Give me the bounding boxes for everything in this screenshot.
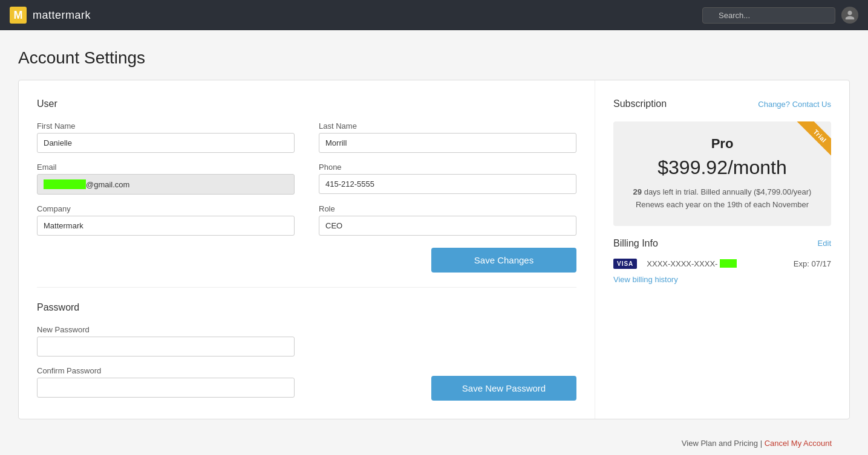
search-wrapper — [702, 7, 835, 24]
save-password-button[interactable]: Save New Password — [431, 376, 576, 401]
company-label: Company — [37, 204, 295, 213]
visa-badge: VISA — [613, 259, 637, 269]
confirm-password-input[interactable] — [37, 378, 295, 398]
role-input[interactable] — [319, 216, 576, 236]
save-changes-wrapper: Save Changes — [37, 238, 576, 273]
renews-detail: Renews each year on the 19th of each Nov… — [636, 200, 809, 209]
logo-box: M — [10, 7, 27, 24]
subscription-header: Subscription Change? Contact Us — [613, 98, 831, 109]
plan-card: Trial Pro $399.92/month 29 days left in … — [613, 121, 831, 226]
separator: | — [760, 439, 765, 448]
section-divider — [37, 287, 576, 288]
new-password-field: New Password — [37, 325, 295, 357]
first-name-field: First Name — [37, 121, 295, 153]
plan-price: $399.92/month — [625, 157, 819, 179]
company-field: Company — [37, 204, 295, 236]
last-name-field: Last Name — [319, 121, 576, 153]
card-last-digits-highlight — [720, 259, 737, 268]
right-panel: Subscription Change? Contact Us Trial Pr… — [595, 80, 849, 419]
first-name-label: First Name — [37, 121, 295, 131]
billing-row: VISA XXXX-XXXX-XXXX- Exp: 07/17 — [613, 259, 831, 269]
trial-days: 29 — [633, 187, 642, 196]
email-highlight — [44, 179, 86, 189]
card-expiry: Exp: 07/17 — [794, 259, 831, 268]
trial-detail: days left in trial. Billed annually ($4,… — [644, 187, 812, 196]
phone-input[interactable] — [319, 174, 576, 194]
email-label: Email — [37, 163, 295, 172]
avatar[interactable] — [841, 7, 858, 24]
left-panel: User First Name Last Name Email @gmail.c… — [19, 80, 595, 419]
last-name-input[interactable] — [319, 133, 576, 153]
password-section-title: Password — [37, 302, 576, 313]
cancel-account-link[interactable]: Cancel My Account — [765, 439, 832, 448]
subscription-change-contact: Change? Contact Us — [758, 99, 831, 109]
card-prefix: XXXX-XXXX-XXXX- — [647, 259, 717, 268]
phone-label: Phone — [319, 163, 576, 172]
role-field: Role — [319, 204, 576, 236]
new-password-input[interactable] — [37, 337, 295, 357]
header-right — [702, 7, 858, 24]
user-section-title: User — [37, 98, 576, 109]
plan-details: 29 days left in trial. Billed annually (… — [625, 186, 819, 211]
billing-edit-link[interactable]: Edit — [818, 239, 831, 248]
billing-header: Billing Info Edit — [613, 238, 831, 249]
save-changes-button[interactable]: Save Changes — [431, 248, 576, 273]
empty-right-top — [319, 325, 576, 357]
email-field: Email @gmail.com — [37, 163, 295, 195]
plan-name: Pro — [625, 136, 819, 152]
email-suffix: @gmail.com — [86, 180, 129, 189]
billing-title: Billing Info — [613, 238, 658, 249]
email-input-wrapper: @gmail.com — [37, 174, 295, 195]
view-plan-text: View Plan and Pricing — [682, 439, 758, 448]
footer-links-row: View Plan and Pricing | Cancel My Accoun… — [18, 431, 850, 455]
save-password-wrapper: Save New Password — [319, 366, 576, 401]
change-link[interactable]: Change? Contact Us — [758, 100, 831, 109]
confirm-password-field: Confirm Password — [37, 366, 295, 401]
password-grid: New Password Confirm Password Save New P… — [37, 325, 576, 401]
first-name-input[interactable] — [37, 133, 295, 153]
view-billing-history-link[interactable]: View billing history — [613, 275, 831, 284]
header-left: M mattermark — [10, 7, 91, 24]
new-password-label: New Password — [37, 325, 295, 334]
password-section: Password New Password Confirm Password S… — [37, 302, 576, 401]
phone-field: Phone — [319, 163, 576, 195]
confirm-password-label: Confirm Password — [37, 366, 295, 375]
subscription-title: Subscription — [613, 98, 667, 109]
company-input[interactable] — [37, 216, 295, 236]
logo-letter: M — [14, 10, 23, 21]
main-card: User First Name Last Name Email @gmail.c… — [18, 80, 850, 419]
app-name: mattermark — [33, 9, 91, 22]
last-name-label: Last Name — [319, 121, 576, 131]
search-input[interactable] — [702, 7, 835, 24]
page-title: Account Settings — [18, 48, 850, 68]
card-number: XXXX-XXXX-XXXX- — [647, 259, 737, 268]
role-label: Role — [319, 204, 576, 213]
user-form-grid: First Name Last Name Email @gmail.com — [37, 121, 576, 236]
